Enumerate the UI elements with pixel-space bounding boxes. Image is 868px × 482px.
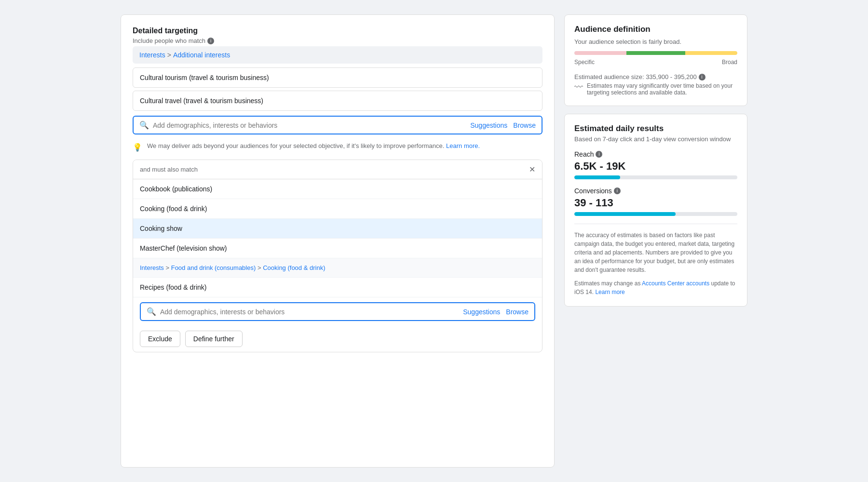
breadcrumb-interests-link[interactable]: Interests [139,51,165,59]
audience-title: Audience definition [574,25,737,34]
meter-middle-bar [626,51,685,55]
dropdown-item-masterchef[interactable]: MasterChef (television show) [133,239,542,258]
suggestions-link-top[interactable]: Suggestions [470,121,507,129]
dropdown-list[interactable]: Cookbook (publications) Cooking (food & … [133,179,542,297]
change-note: Estimates may change as Accounts Center … [574,279,737,296]
must-match-header: and must also match ✕ [133,160,542,179]
breadcrumb-additional-link[interactable]: Additional interests [173,51,230,59]
label-specific: Specific [574,59,595,66]
include-label: Include people who match i [133,37,542,44]
dropdown-item-cooking-show[interactable]: Cooking show [133,219,542,239]
notice-row: 💡 We may deliver ads beyond your audienc… [133,139,542,155]
dropdown-item-cookbook[interactable]: Cookbook (publications) [133,179,542,199]
accuracy-note: The accuracy of estimates is based on fa… [574,231,737,274]
notice-text: We may deliver ads beyond your audiences… [147,142,444,149]
search-input-bottom[interactable] [160,308,459,316]
bottom-buttons: Exclude Define further [133,326,542,352]
learn-more-link[interactable]: Learn more [595,289,624,295]
browse-link-top[interactable]: Browse [513,121,536,129]
search-input-top[interactable] [153,121,466,129]
meter-broad-bar [685,51,737,55]
search-box-bottom: 🔍 Suggestions Browse [140,302,535,321]
dropdown-item-sub-breadcrumb[interactable]: Interests > Food and drink (consumables)… [133,258,542,278]
reach-value: 6.5K - 19K [574,160,737,173]
audience-meter [574,51,737,55]
close-must-match-button[interactable]: ✕ [529,165,535,174]
audience-description: Your audience selection is fairly broad. [574,38,737,45]
reach-bar-fill [574,175,620,179]
define-further-button[interactable]: Define further [185,331,243,347]
meter-specific-bar [574,51,626,55]
divider [574,224,737,224]
change-note-text: Estimates may change as [574,280,640,287]
search-actions-top: Suggestions Browse [470,121,536,129]
wave-icon: 〰 [574,82,583,93]
include-info-icon[interactable]: i [207,38,214,44]
breadcrumb-sep: > [167,51,171,59]
conversions-bar-track [574,212,737,216]
conversions-value: 39 - 113 [574,197,737,209]
daily-results-card: Estimated daily results Based on 7-day c… [564,114,747,307]
search-icon-bottom: 🔍 [147,307,156,316]
bulb-icon: 💡 [133,143,142,152]
sub-breadcrumb-food: Food and drink (consumables) [171,264,256,271]
breadcrumb-bar: Interests > Additional interests [133,46,542,64]
search-box-top: 🔍 Suggestions Browse [133,116,542,134]
label-broad: Broad [722,59,737,66]
reach-label: Reach i [574,150,737,158]
search-actions-bottom: Suggestions Browse [463,308,529,316]
daily-subtitle: Based on 7-day click and 1-day view conv… [574,135,737,143]
daily-title: Estimated daily results [574,124,737,134]
reach-bar-track [574,175,737,179]
accounts-center-link[interactable]: Accounts Center accounts [642,280,709,287]
est-audience-size: Estimated audience size: 335,900 - 395,2… [574,73,737,80]
targeting-item-2: Cultural travel (travel & tourism busine… [133,91,542,111]
browse-link-bottom[interactable]: Browse [506,308,529,316]
audience-card: Audience definition Your audience select… [564,14,747,106]
search-icon-top: 🔍 [139,120,149,130]
suggestions-link-bottom[interactable]: Suggestions [463,308,500,316]
must-match-section: and must also match ✕ Cookbook (publicat… [133,160,542,352]
dropdown-item-cooking-food[interactable]: Cooking (food & drink) [133,199,542,219]
est-info-icon[interactable]: i [699,74,705,80]
sub-breadcrumb-interests: Interests [140,264,164,271]
left-panel: Detailed targeting Include people who ma… [121,14,555,468]
section-title: Detailed targeting [133,27,542,35]
dropdown-item-recipes[interactable]: Recipes (food & drink) [133,278,542,297]
must-match-label: and must also match [140,166,198,173]
notice-learn-more[interactable]: Learn more. [446,142,480,149]
reach-info-icon[interactable]: i [596,151,602,158]
exclude-button[interactable]: Exclude [140,331,180,347]
conversions-label: Conversions i [574,187,737,195]
est-note: 〰 Estimates may vary significantly over … [574,82,737,96]
targeting-item-1: Cultural tourism (travel & tourism busin… [133,67,542,88]
sub-breadcrumb-cooking: Cooking (food & drink) [263,264,325,271]
conversions-bar-fill [574,212,676,216]
est-note-text: Estimates may vary significantly over ti… [587,82,737,96]
meter-labels: Specific Broad [574,59,737,66]
right-panel: Audience definition Your audience select… [564,14,747,468]
conversions-info-icon[interactable]: i [614,187,621,194]
